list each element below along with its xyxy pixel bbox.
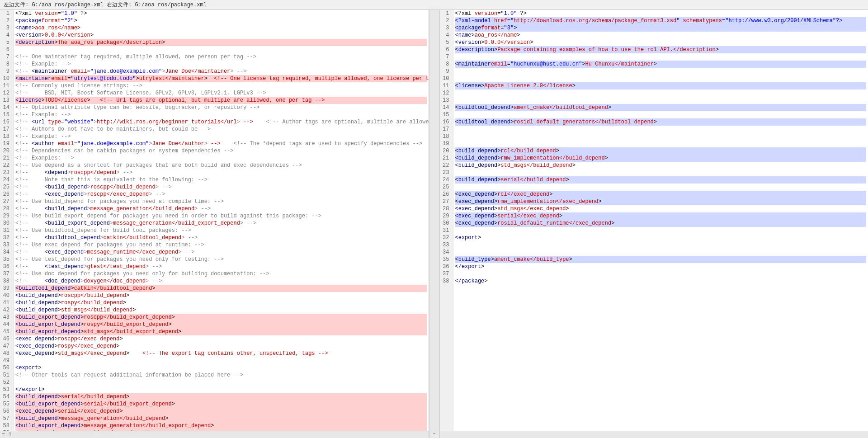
left-line-numbers: 1234567891011121314151617181920212223242… xyxy=(0,10,14,431)
left-bottom-gutter: = 1 xyxy=(0,431,429,438)
right-panel: 1234567891011121314151617181920212223242… xyxy=(440,10,868,438)
left-panel: 1234567891011121314151617181920212223242… xyxy=(0,10,429,438)
gutter-symbol: = xyxy=(433,432,436,438)
right-code-content[interactable]: <?xml version="1.0" ?><?xml-model href="… xyxy=(453,10,868,431)
title-bar: 左边文件: G:/aoa_ros/package.xml 右边文件: G:/ao… xyxy=(0,0,868,10)
left-code-content[interactable]: <?xml version="1.0" ?><package format="2… xyxy=(14,10,429,431)
gutter-bottom: = xyxy=(429,431,439,438)
center-gutter: = xyxy=(429,10,440,438)
right-line-numbers: 1234567891011121314151617181920212223242… xyxy=(440,10,453,431)
right-bottom-gutter xyxy=(440,431,868,438)
title-text: 左边文件: G:/aoa_ros/package.xml 右边文件: G:/ao… xyxy=(4,1,207,9)
